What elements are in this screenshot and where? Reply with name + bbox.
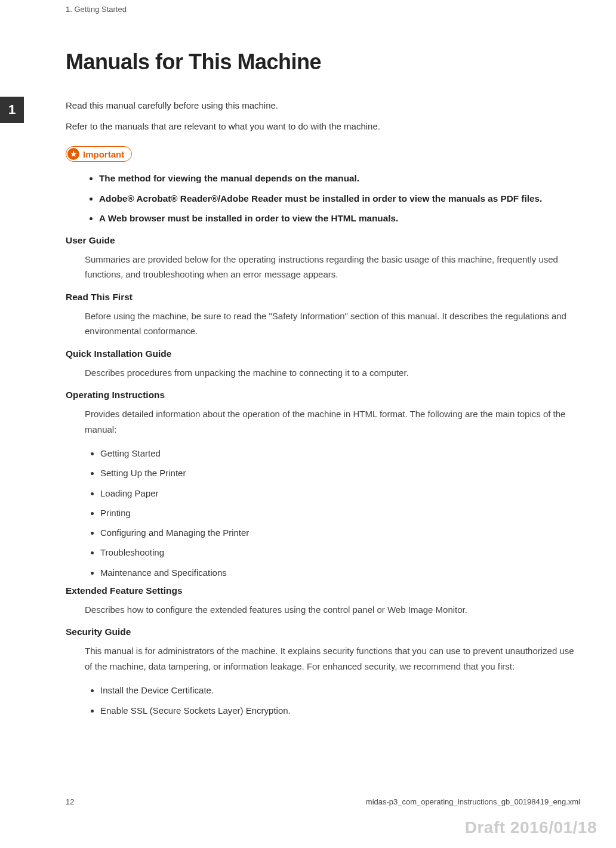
intro-line-2: Refer to the manuals that are relevant t…	[66, 118, 580, 134]
section-block: Security Guide This manual is for admini…	[66, 627, 580, 717]
chapter-tab: 1	[0, 97, 24, 123]
important-item: A Web browser must be installed in order…	[99, 210, 580, 227]
section-block: User Guide Summaries are provided below …	[66, 235, 580, 282]
page-title: Manuals for This Machine	[66, 50, 580, 75]
section-block: Quick Installation Guide Describes proce…	[66, 349, 580, 381]
intro-line-1: Read this manual carefully before using …	[66, 97, 580, 113]
list-item: Configuring and Managing the Printer	[100, 526, 580, 539]
source-filename: midas-p3_com_operating_instructions_gb_0…	[366, 797, 580, 806]
section-body: This manual is for administrators of the…	[66, 643, 580, 674]
section-body: Describes procedures from unpacking the …	[66, 365, 580, 381]
page-number: 12	[66, 797, 74, 806]
section-block: Extended Feature Settings Describes how …	[66, 585, 580, 618]
section-list: Install the Device Certificate. Enable S…	[66, 683, 580, 717]
section-body: Summaries are provided below for the ope…	[66, 252, 580, 282]
important-item: Adobe® Acrobat® Reader®/Adobe Reader mus…	[99, 190, 580, 207]
section-title: User Guide	[66, 235, 580, 246]
running-header: 1. Getting Started	[0, 0, 616, 14]
list-item: Troubleshooting	[100, 545, 580, 559]
section-block: Operating Instructions Provides detailed…	[66, 390, 580, 579]
section-title: Operating Instructions	[66, 390, 580, 400]
list-item: Install the Device Certificate.	[100, 683, 580, 697]
section-block: Read This First Before using the machine…	[66, 292, 580, 339]
draft-stamp: Draft 2016/01/18	[465, 818, 597, 837]
important-badge: ★ Important	[66, 146, 132, 162]
list-item: Enable SSL (Secure Sockets Layer) Encryp…	[100, 704, 580, 717]
section-body: Provides detailed information about the …	[66, 406, 580, 437]
section-title: Quick Installation Guide	[66, 349, 580, 359]
important-item: The method for viewing the manual depend…	[99, 170, 580, 187]
page-footer: 12 midas-p3_com_operating_instructions_g…	[0, 797, 616, 806]
list-item: Getting Started	[100, 446, 580, 460]
content-area: Manuals for This Machine Read this manua…	[0, 14, 616, 717]
section-title: Extended Feature Settings	[66, 585, 580, 596]
list-item: Printing	[100, 506, 580, 520]
star-icon: ★	[67, 148, 79, 160]
list-item: Maintenance and Specifications	[100, 566, 580, 579]
list-item: Loading Paper	[100, 486, 580, 500]
section-body: Before using the machine, be sure to rea…	[66, 309, 580, 339]
important-label: Important	[83, 149, 124, 159]
section-title: Security Guide	[66, 627, 580, 637]
section-title: Read This First	[66, 292, 580, 303]
section-list: Getting Started Setting Up the Printer L…	[66, 446, 580, 579]
list-item: Setting Up the Printer	[100, 466, 580, 480]
important-list: The method for viewing the manual depend…	[66, 170, 580, 227]
section-body: Describes how to configure the extended …	[66, 602, 580, 618]
